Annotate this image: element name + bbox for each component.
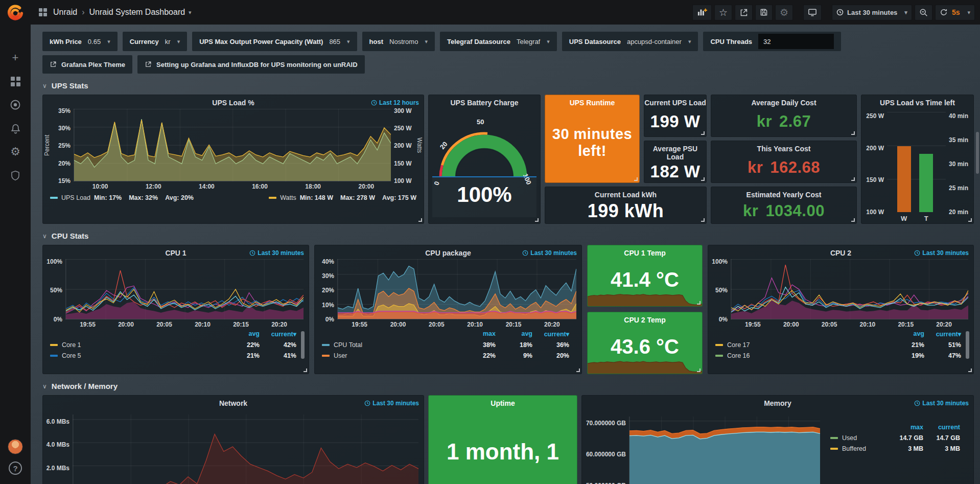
panel-ups-battery-charge: UPS Battery Charge 0 20 50 100 100% — [428, 95, 541, 224]
legend-sort-max[interactable]: max — [459, 330, 496, 338]
cycle-view-mode-button[interactable] — [803, 5, 822, 20]
refresh-interval-label[interactable]: 5s — [952, 8, 960, 16]
server-admin-shield-icon[interactable] — [0, 164, 31, 187]
panel-title[interactable]: UPS Load % — [43, 95, 424, 107]
star-button[interactable]: ☆ — [714, 5, 732, 20]
grafana-logo-icon[interactable] — [0, 0, 31, 27]
resize-handle[interactable] — [851, 177, 855, 181]
clock-icon — [249, 250, 255, 256]
legend-series-toggle[interactable]: User — [322, 352, 459, 359]
panel-title[interactable]: This Years Cost — [757, 141, 811, 153]
resize-handle[interactable] — [697, 301, 701, 305]
legend-scrollbar[interactable] — [966, 331, 969, 359]
panel-title[interactable]: UPS Battery Charge — [429, 95, 540, 107]
resize-handle[interactable] — [701, 131, 705, 135]
legend-series-toggle[interactable]: Core 1 — [50, 341, 223, 349]
panel-title[interactable]: Current UPS Load — [644, 95, 706, 107]
resize-handle[interactable] — [701, 177, 705, 181]
legend-sort-current[interactable]: current▾ — [532, 330, 569, 338]
variable-value-dropdown[interactable]: 0.65▾ — [88, 38, 110, 45]
panel-title[interactable]: UPS Runtime — [570, 95, 615, 107]
legend-sort-current[interactable]: current▾ — [924, 330, 961, 338]
resize-handle[interactable] — [968, 218, 972, 222]
dashboard-grid-icon[interactable] — [39, 8, 47, 16]
panel-title[interactable]: Current Load kWh — [595, 187, 657, 199]
variable-value-dropdown[interactable]: kr▾ — [165, 38, 180, 45]
legend-sort-current[interactable]: current▾ — [260, 330, 296, 338]
row-header-ups-stats[interactable]: ∨ UPS Stats — [42, 81, 974, 90]
legend-sort-max[interactable]: max — [886, 424, 923, 431]
memory-plot[interactable] — [629, 417, 820, 484]
legend-sort-avg[interactable]: avg — [496, 330, 532, 338]
cpu1-plot[interactable] — [65, 259, 304, 319]
variable-value-dropdown[interactable]: apcupsd-container▾ — [627, 38, 691, 45]
x-axis-ticks: 19:5520:0020:05 20:1020:1520:20 — [68, 321, 298, 328]
legend-series-toggle[interactable]: Buffered — [830, 445, 886, 452]
battery-gauge[interactable]: 0 20 50 100 100% — [429, 107, 540, 222]
save-button[interactable] — [755, 5, 773, 20]
page-scrollbar[interactable] — [976, 132, 979, 174]
dashboards-icon[interactable] — [0, 70, 31, 93]
legend-series-toggle[interactable]: CPU Total — [322, 341, 459, 349]
legend-sort-current[interactable]: current — [923, 424, 960, 431]
panel-title[interactable]: Estimated Yearly Cost — [746, 187, 822, 199]
add-panel-button[interactable] — [692, 5, 712, 20]
resize-handle[interactable] — [851, 218, 855, 222]
resize-handle[interactable] — [535, 218, 539, 222]
create-plus-icon[interactable]: + — [0, 46, 31, 70]
row-header-network-memory[interactable]: ∨ Network / Memory — [42, 382, 974, 390]
link-ups-monitoring-guide[interactable]: Setting up Grafana and InfluxDB for UPS … — [137, 55, 365, 74]
legend-series-toggle[interactable]: Core 5 — [50, 352, 223, 359]
help-icon[interactable]: ? — [9, 462, 22, 475]
breadcrumb-caret-icon[interactable]: ▾ — [189, 9, 192, 16]
zoom-out-button[interactable] — [915, 5, 932, 20]
network-plot[interactable] — [73, 414, 418, 484]
resize-handle[interactable] — [968, 368, 972, 372]
panel-title[interactable]: CPU 1 Temp — [588, 245, 702, 257]
cpu2-plot[interactable] — [731, 259, 968, 319]
user-avatar[interactable] — [8, 439, 23, 454]
legend-sort-avg[interactable]: avg — [888, 330, 924, 338]
legend-item-watts[interactable]: Watts Min: 148 WMax: 278 WAvg: 175 W — [269, 194, 416, 201]
variable-value-dropdown[interactable]: 865▾ — [329, 38, 349, 45]
panel-title[interactable]: Average PSU Load — [644, 141, 706, 161]
panel-title[interactable]: UPS Load vs Time left — [861, 95, 973, 107]
panel-title[interactable]: Average Daily Cost — [751, 95, 816, 107]
legend-sort-avg[interactable]: avg — [223, 330, 260, 338]
panel-title[interactable]: Uptime — [429, 396, 577, 407]
configuration-gear-icon[interactable]: ⚙ — [0, 140, 31, 164]
resize-handle[interactable] — [697, 368, 701, 372]
legend-swatch — [50, 197, 58, 199]
share-button[interactable] — [735, 5, 753, 20]
resize-handle[interactable] — [576, 368, 580, 372]
resize-handle[interactable] — [304, 368, 307, 372]
cpu-threads-input[interactable] — [758, 34, 834, 49]
legend-scrollbar[interactable] — [301, 331, 305, 359]
toolbar: ☆ ⚙ Last 30 minutes ▾ 5s — [692, 5, 980, 20]
resize-handle[interactable] — [701, 218, 705, 222]
variable-value-dropdown[interactable]: Nostromo▾ — [389, 38, 428, 45]
resize-handle[interactable] — [634, 177, 638, 181]
row-header-cpu-stats[interactable]: ∨ CPU Stats — [42, 232, 974, 240]
ups-load-plot[interactable] — [74, 109, 391, 181]
resize-handle[interactable] — [418, 218, 422, 222]
panel-title[interactable]: CPU 2 Temp — [588, 312, 702, 324]
legend-series-toggle[interactable]: Core 17 — [715, 341, 888, 349]
breadcrumb-root[interactable]: Unraid — [53, 8, 77, 17]
cpu-package-plot[interactable] — [337, 259, 576, 319]
time-range-picker[interactable]: Last 30 minutes ▾ — [832, 5, 912, 20]
legend-series-toggle[interactable]: Used — [830, 434, 886, 442]
legend-series-toggle[interactable]: Core 16 — [715, 352, 888, 359]
refresh-button[interactable]: 5s ▾ — [935, 5, 975, 20]
legend-item-ups-load[interactable]: UPS Load Min: 17%Max: 32%Avg: 20% — [50, 194, 194, 201]
breadcrumb-current[interactable]: Unraid System Dashboard — [89, 8, 185, 17]
bar-chart-plot[interactable]: W T — [887, 112, 946, 212]
settings-gear-button[interactable]: ⚙ — [775, 5, 793, 20]
panel-current-load-kwh: Current Load kWh 199 kWh — [545, 187, 707, 224]
link-grafana-plex-theme[interactable]: Grafana Plex Theme — [42, 55, 132, 74]
alerting-bell-icon[interactable] — [0, 117, 31, 140]
variable-value-dropdown[interactable]: Telegraf▾ — [517, 38, 550, 45]
explore-icon[interactable] — [0, 93, 31, 117]
resize-handle[interactable] — [851, 131, 855, 135]
stat-value: 199 kWh — [588, 199, 664, 223]
